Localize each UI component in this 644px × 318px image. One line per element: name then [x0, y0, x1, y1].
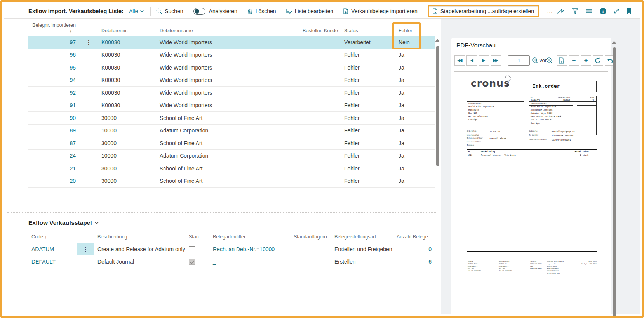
list-view-button[interactable] [586, 9, 592, 14]
toolbar-divider [150, 7, 151, 16]
table-row[interactable]: ADATUM⋮Create and Release for Adatum onl… [28, 243, 435, 255]
col-header-belegerstellungsart[interactable]: Belegerstellungsart [331, 234, 393, 243]
batch-code-link[interactable]: DEFAULT [31, 259, 56, 265]
import-sales-docs-button[interactable]: Verkaufsbelege importieren [343, 8, 417, 14]
doc-no-link[interactable]: 95 [70, 64, 76, 71]
invoice-field: Er kontaktAlexander Jonsson [529, 134, 597, 137]
doc-no-link[interactable]: 90 [70, 115, 76, 121]
invoice-field: Leveransvillkor [467, 141, 525, 144]
search-button[interactable]: Suchen [156, 8, 183, 14]
analyze-label[interactable]: Analysieren [209, 8, 237, 14]
zoom-in-button[interactable] [545, 55, 555, 66]
next-page-button[interactable]: ▶ [479, 55, 489, 66]
last-page-button[interactable]: ▶▶ [491, 55, 501, 66]
batch-create-orders-button[interactable]: Stapelverarbeitung ...aufträge erstellen [428, 5, 539, 17]
col-header-anzahl-belege[interactable]: Anzahl Belege [393, 234, 435, 243]
doc-type-filter[interactable]: _ [213, 259, 216, 265]
doc-no-link[interactable]: 96 [70, 52, 76, 58]
main-list-scrollbar[interactable] [436, 46, 439, 166]
col-header-bestellnr[interactable]: Bestellnr. Kunde [277, 23, 341, 36]
default-location [291, 255, 331, 268]
undo-icon [607, 58, 613, 63]
table-row[interactable]: 95K00030Wide World ImportersFehlerJa [28, 61, 435, 74]
error-value: Ja [395, 162, 435, 175]
analyze-toggle[interactable] [193, 8, 205, 15]
table-row[interactable]: 9030000School of Fine ArtFehlerJa [28, 112, 435, 125]
doc-count[interactable]: 0 [428, 246, 432, 252]
info-button[interactable]: i [600, 8, 606, 14]
scroll-up-arrow[interactable] [435, 39, 440, 42]
sort-descending-icon[interactable]: ↓ [31, 28, 76, 33]
scroll-up-arrow[interactable] [612, 41, 616, 44]
col-header-belegartenfilter[interactable]: Belegartenfilter [210, 234, 291, 243]
doc-no-link[interactable]: 97 [70, 39, 76, 45]
status-value: Fehler [341, 61, 395, 74]
share-button[interactable] [557, 8, 564, 14]
customer-name: School of Fine Art [157, 137, 277, 150]
col-header-beschreibung[interactable]: Beschreibung [94, 234, 186, 243]
factbox-scrollbar[interactable] [613, 47, 616, 316]
zoom-out-button[interactable] [530, 55, 540, 66]
delete-button[interactable]: Löschen [247, 8, 276, 14]
table-row[interactable]: 2030000School of Fine ArtFehlerJa [28, 175, 435, 188]
page-number-input[interactable] [508, 55, 530, 66]
doc-no-link[interactable]: 20 [70, 178, 76, 184]
customer-name: Wide World Importers [157, 49, 277, 61]
doc-no-link[interactable]: 94 [70, 77, 76, 83]
doc-no-link[interactable]: 92 [70, 90, 76, 96]
customer-no: K00030 [101, 102, 120, 108]
doc-no-link[interactable]: 91 [70, 102, 76, 108]
zoom-increase-button[interactable]: + [581, 55, 591, 66]
standard-checkbox[interactable] [189, 246, 195, 252]
standard-checkbox[interactable] [189, 259, 195, 265]
row-menu[interactable]: ⋮ [77, 243, 94, 255]
batch-section-header[interactable]: Exflow Verkaufsstapel [28, 219, 99, 226]
view-filter-dropdown[interactable]: Alle [129, 8, 144, 14]
filter-button[interactable] [572, 8, 578, 14]
expand-button[interactable] [614, 8, 620, 14]
doc-no-link[interactable]: 87 [70, 140, 76, 146]
col-header-code[interactable]: Code ↑ [28, 234, 77, 243]
col-header-debitorenname[interactable]: Debitorenname [157, 23, 277, 36]
more-options-button[interactable]: … [547, 8, 553, 14]
refresh-button[interactable] [593, 55, 603, 66]
table-row[interactable]: 96K00030Wide World ImportersFehlerJa [28, 49, 435, 61]
col-header-debitorennr[interactable]: Debitorennr. [98, 23, 157, 36]
doc-creation-type: Erstellen [331, 255, 393, 268]
table-row[interactable]: 8910000Adatum CorporationFehlerJa [28, 124, 435, 137]
table-row[interactable]: 97⋮K00030Wide World ImportersVerarbeitet… [28, 36, 435, 49]
refresh-icon [595, 57, 601, 64]
standard-checkbox-cell[interactable] [186, 243, 210, 255]
table-row[interactable]: 2410000Adatum CorporationFehlerJa [28, 149, 435, 162]
zoom-decrease-button[interactable]: − [569, 55, 579, 66]
table-row[interactable]: DEFAULTDefault Journal_Erstellen6 [28, 255, 435, 268]
doc-no-link[interactable]: 89 [70, 127, 76, 134]
col-header-standardlager[interactable]: Standardlagero… [291, 234, 331, 243]
doc-count[interactable]: 6 [428, 259, 432, 265]
doc-type-filter[interactable]: Rech. an Deb.-Nr.=10000 [213, 246, 275, 252]
batch-code-link[interactable]: ADATUM [31, 246, 54, 252]
doc-no-link[interactable]: 24 [70, 153, 76, 159]
customer-name: Adatum Corporation [157, 149, 277, 162]
bookmark-button[interactable] [627, 8, 632, 14]
customer-no: K00030 [101, 90, 120, 96]
status-value: Fehler [341, 149, 395, 162]
table-row[interactable]: 92K00030Wide World ImportersFehlerJa [28, 87, 435, 99]
col-header-fehler[interactable]: Fehler [395, 23, 435, 36]
col-header-standard[interactable]: Stan… [186, 234, 210, 243]
table-row[interactable]: 94K00030Wide World ImportersFehlerJa [28, 74, 435, 87]
col-header-status[interactable]: Status [341, 23, 395, 36]
table-row[interactable]: 8730000School of Fine ArtFehlerJa [28, 137, 435, 150]
customer-no[interactable]: K00030 [101, 39, 120, 45]
table-row[interactable]: 91K00030Wide World ImportersFehlerJa [28, 99, 435, 112]
preview-document-button[interactable] [557, 55, 567, 66]
customer-no: K00030 [101, 64, 120, 71]
col-header-belegnr[interactable]: Belegnr. importieren ↓ [28, 23, 79, 36]
edit-list-button[interactable]: Liste bearbeiten [286, 8, 334, 14]
table-row[interactable]: 2130000School of Fine ArtFehlerJa [28, 162, 435, 175]
standard-checkbox-cell[interactable] [186, 255, 210, 268]
doc-no-link[interactable]: 21 [70, 165, 76, 172]
previous-page-button[interactable]: ◀ [466, 55, 477, 66]
row-menu[interactable]: ⋮ [79, 36, 98, 49]
first-page-button[interactable]: ◀◀ [454, 55, 465, 66]
